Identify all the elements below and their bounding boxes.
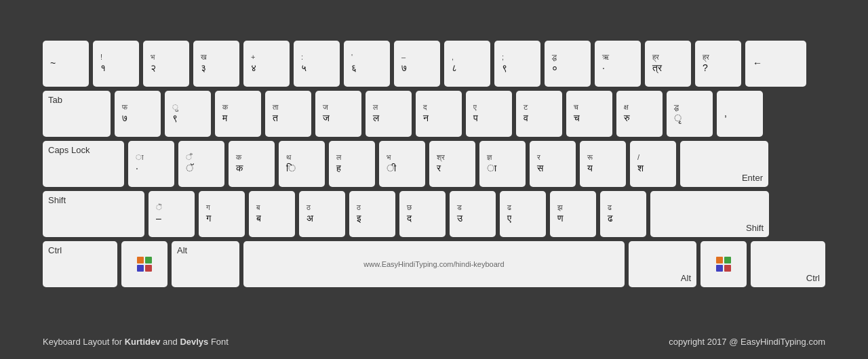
key-7[interactable]: –७ bbox=[394, 41, 440, 87]
key-e[interactable]: कम bbox=[215, 91, 261, 137]
key-i[interactable]: एप bbox=[466, 91, 512, 137]
key-capslock[interactable]: Caps Lock bbox=[43, 141, 124, 187]
key-n[interactable]: छद bbox=[399, 191, 446, 237]
key-8[interactable]: ,८ bbox=[444, 41, 490, 87]
key-row-row4: Shiftॆ–गगबबठअठइछदडउढएझणढढShift bbox=[43, 191, 825, 237]
key-equal[interactable]: ह्रत्र bbox=[645, 41, 691, 87]
key-ctrll[interactable]: Ctrl bbox=[43, 241, 117, 287]
key-b[interactable]: ठइ bbox=[349, 191, 395, 237]
key-backtick[interactable]: ~ bbox=[43, 41, 89, 87]
key-slash[interactable]: ढढ bbox=[600, 191, 646, 237]
key-bottom-p: च bbox=[574, 112, 605, 125]
key-5[interactable]: :५ bbox=[294, 41, 340, 87]
key-bracketr[interactable]: द्धृ bbox=[667, 91, 713, 137]
key-k[interactable]: ज्ञा bbox=[479, 141, 526, 187]
key-space[interactable]: www.EasyHindiTyping.com/hindi-keyboard bbox=[243, 241, 625, 287]
key-bottom-backtick: ~ bbox=[50, 57, 81, 70]
key-z[interactable]: ॆ– bbox=[149, 191, 195, 237]
key-bottom-plus2: ? bbox=[703, 62, 734, 75]
key-bracketl[interactable]: क्षरु bbox=[616, 91, 663, 137]
key-top-h: भ bbox=[387, 152, 418, 162]
key-winl[interactable] bbox=[121, 241, 167, 287]
key-top-c: ब bbox=[256, 203, 288, 212]
key-d[interactable]: कक bbox=[229, 141, 275, 187]
key-label-ctrll: Ctrl bbox=[48, 245, 62, 255]
key-bottom-period: ण bbox=[557, 212, 589, 226]
key-top-q: फ bbox=[122, 102, 153, 112]
key-f[interactable]: थि bbox=[279, 141, 325, 187]
key-r[interactable]: तात bbox=[265, 91, 311, 137]
key-tab[interactable]: Tab bbox=[43, 91, 111, 137]
key-minus[interactable]: ऋ· bbox=[595, 41, 641, 87]
key-o[interactable]: टव bbox=[516, 91, 562, 137]
key-2[interactable]: भ२ bbox=[143, 41, 189, 87]
key-x[interactable]: गग bbox=[199, 191, 245, 237]
key-bottom-v: अ bbox=[307, 212, 338, 226]
key-semicolon[interactable]: रूय bbox=[580, 141, 626, 187]
key-bottom-slash: ढ bbox=[608, 212, 639, 226]
key-j[interactable]: श्रर bbox=[429, 141, 475, 187]
key-bottom-bracketr: ृ bbox=[674, 112, 705, 125]
key-top-p: च bbox=[574, 102, 605, 112]
key-h[interactable]: भी bbox=[379, 141, 425, 187]
key-label-enter: Enter bbox=[742, 173, 763, 183]
key-c[interactable]: बब bbox=[249, 191, 295, 237]
key-top-d: क bbox=[236, 152, 267, 162]
key-bottom-s: ॅ bbox=[186, 162, 217, 175]
key-1[interactable]: !१ bbox=[93, 41, 139, 87]
key-bottom-o: व bbox=[524, 112, 555, 125]
key-p[interactable]: चच bbox=[566, 91, 612, 137]
key-y[interactable]: लल bbox=[366, 91, 412, 137]
key-top-semicolon: रू bbox=[587, 152, 618, 162]
key-m[interactable]: डउ bbox=[450, 191, 496, 237]
key-altr[interactable]: Alt bbox=[629, 241, 696, 287]
key-u[interactable]: दन bbox=[416, 91, 462, 137]
key-top-l: र bbox=[537, 152, 568, 162]
key-l[interactable]: रस bbox=[530, 141, 576, 187]
key-top-period: झ bbox=[557, 203, 589, 212]
key-top-v: ठ bbox=[307, 203, 338, 212]
key-comma[interactable]: ढए bbox=[500, 191, 546, 237]
key-winr[interactable] bbox=[701, 241, 747, 287]
key-altl[interactable]: Alt bbox=[172, 241, 239, 287]
key-top-z: ॆ bbox=[156, 203, 187, 212]
key-period[interactable]: झण bbox=[550, 191, 596, 237]
key-bottom-h: ी bbox=[387, 162, 418, 175]
key-bottom-6: ६ bbox=[351, 62, 382, 75]
key-row-row1: ~!१भ२ख३+४:५'६–७,८;९द्ध०ऋ·ह्रत्रह्र?← bbox=[43, 41, 825, 87]
key-enter[interactable]: Enter bbox=[680, 141, 768, 187]
key-bottom-5: ५ bbox=[301, 62, 332, 75]
key-t[interactable]: जज bbox=[315, 91, 361, 137]
key-backslash[interactable]: , bbox=[717, 91, 763, 137]
key-s[interactable]: ँॅ bbox=[178, 141, 224, 187]
key-top-m: ड bbox=[457, 203, 488, 212]
key-quote[interactable]: /श bbox=[630, 141, 676, 187]
key-bottom-m: उ bbox=[457, 212, 488, 226]
key-top-0: द्ध bbox=[552, 52, 583, 62]
key-q[interactable]: फ७ bbox=[115, 91, 161, 137]
key-3[interactable]: ख३ bbox=[193, 41, 239, 87]
key-top-slash: ढ bbox=[608, 203, 639, 212]
key-bottom-w: ९ bbox=[172, 112, 203, 125]
key-plus2[interactable]: ह्र? bbox=[695, 41, 741, 87]
key-a[interactable]: ा· bbox=[128, 141, 174, 187]
key-bottom-a: · bbox=[136, 162, 167, 175]
key-g[interactable]: लह bbox=[329, 141, 375, 187]
key-bottom-i: प bbox=[473, 112, 505, 125]
windows-icon bbox=[716, 257, 731, 272]
key-w[interactable]: ु९ bbox=[165, 91, 211, 137]
key-9[interactable]: ;९ bbox=[494, 41, 540, 87]
key-backspace[interactable]: ← bbox=[745, 41, 806, 87]
key-shiftl[interactable]: Shift bbox=[43, 191, 144, 237]
key-4[interactable]: +४ bbox=[243, 41, 290, 87]
key-bottom-z: – bbox=[156, 212, 187, 226]
footer-right: copyright 2017 @ EasyHindiTyping.com bbox=[669, 337, 825, 347]
key-top-e: क bbox=[222, 102, 254, 112]
key-0[interactable]: द्ध० bbox=[545, 41, 591, 87]
key-shiftr[interactable]: Shift bbox=[650, 191, 769, 237]
keyboard: ~!१भ२ख३+४:५'६–७,८;९द्ध०ऋ·ह्रत्रह्र?←Tabफ… bbox=[43, 41, 825, 291]
key-bottom-minus: · bbox=[602, 62, 633, 75]
key-v[interactable]: ठअ bbox=[299, 191, 345, 237]
key-ctrlr[interactable]: Ctrl bbox=[751, 241, 825, 287]
key-6[interactable]: '६ bbox=[344, 41, 390, 87]
